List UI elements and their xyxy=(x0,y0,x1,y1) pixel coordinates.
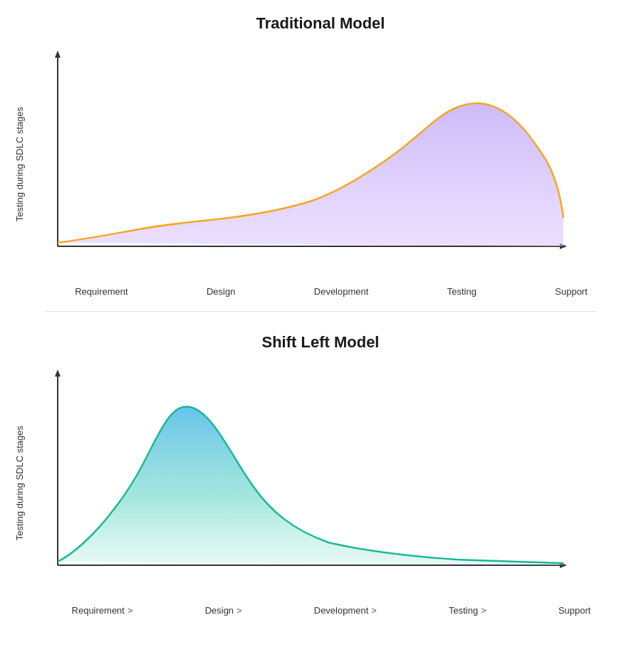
svg-marker-1 xyxy=(55,51,61,58)
arrow-3: > xyxy=(371,605,377,616)
traditional-x-labels: Requirement Design Development Testing S… xyxy=(14,282,627,297)
x-label-design-text: Design xyxy=(205,605,234,616)
shift-left-svg-wrapper xyxy=(29,359,627,601)
x-label-testing-1: Testing xyxy=(447,286,476,297)
charts-container: Traditional Model Testing during SDLC st… xyxy=(14,0,627,623)
arrow-2: > xyxy=(236,605,242,616)
svg-marker-5 xyxy=(55,369,61,377)
x-label-design-2: Design > xyxy=(205,605,242,616)
x-label-development-2: Development > xyxy=(314,605,377,616)
traditional-model-title: Traditional Model xyxy=(256,14,385,33)
arrow-4: > xyxy=(481,605,486,616)
shift-left-model-section: Shift Left Model Testing during SDLC sta… xyxy=(14,319,627,623)
shift-left-chart-area: Testing during SDLC stages xyxy=(14,359,627,601)
traditional-svg-wrapper xyxy=(29,40,627,282)
shift-left-svg xyxy=(29,359,585,601)
shift-left-model-title: Shift Left Model xyxy=(262,333,380,352)
x-label-support-2: Support xyxy=(558,605,591,616)
shift-left-x-labels: Requirement > Design > Development > Tes… xyxy=(14,601,627,616)
x-label-requirement-1: Requirement xyxy=(75,286,127,297)
x-label-dev-text: Development xyxy=(314,605,369,616)
x-label-requirement-2: Requirement > xyxy=(72,605,133,616)
arrow-1: > xyxy=(127,605,133,616)
traditional-model-section: Traditional Model Testing during SDLC st… xyxy=(14,0,627,304)
x-label-testing-text: Testing xyxy=(449,605,478,616)
x-label-support-1: Support xyxy=(555,286,588,297)
traditional-svg xyxy=(29,40,585,282)
x-label-testing-2: Testing > xyxy=(449,605,486,616)
x-label-design-1: Design xyxy=(207,286,235,297)
x-label-req-text: Requirement xyxy=(72,605,125,616)
section-divider xyxy=(45,311,596,312)
shift-left-y-label: Testing during SDLC stages xyxy=(14,426,25,540)
traditional-y-label: Testing during SDLC stages xyxy=(14,107,25,221)
traditional-chart-area: Testing during SDLC stages xyxy=(14,40,627,282)
x-label-development-1: Development xyxy=(314,286,369,297)
